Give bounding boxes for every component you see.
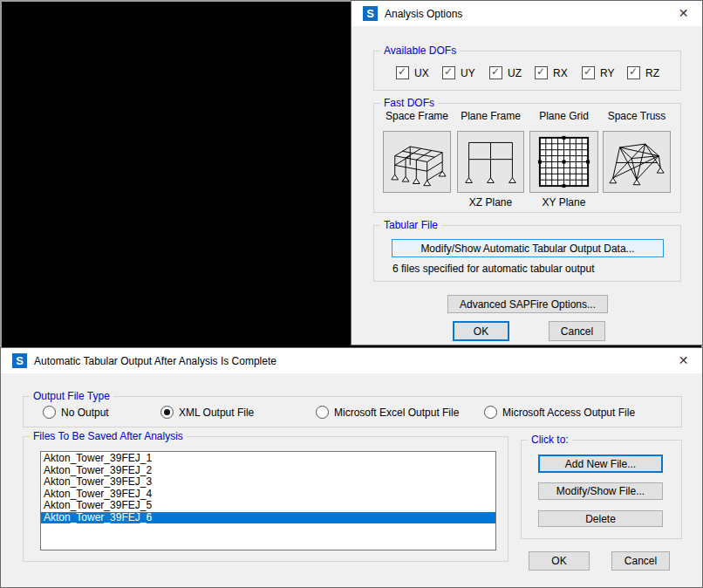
files-specified-note: 6 files specified for automatic tabular … — [392, 263, 594, 275]
ok-button[interactable]: OK — [453, 321, 509, 341]
files-to-save-group: Files To Be Saved After Analysis Akton_T… — [23, 436, 508, 562]
checkbox-uz[interactable]: UZ — [489, 66, 522, 79]
tabular-output-dialog: S Automatic Tabular Output After Analysi… — [0, 347, 703, 588]
modify-show-tabular-output-button[interactable]: Modify/Show Automatic Tabular Output Dat… — [392, 239, 664, 257]
list-item[interactable]: Akton_Tower_39FEJ_2 — [41, 465, 495, 477]
group-label: Output File Type — [30, 390, 113, 402]
checkbox-box[interactable] — [396, 66, 409, 79]
checkbox-box[interactable] — [442, 66, 455, 79]
modify-show-file-button[interactable]: Modify/Show File... — [538, 482, 663, 500]
delete-button[interactable]: Delete — [538, 510, 663, 527]
checkbox-box[interactable] — [627, 66, 640, 79]
checkbox-box[interactable] — [582, 66, 595, 79]
space-truss-icon — [606, 134, 667, 189]
tabular-file-group: Tabular File Modify/Show Automatic Tabul… — [373, 225, 681, 282]
space-frame-caption: Space Frame — [376, 110, 458, 122]
plane-grid-caption: Plane Grid — [525, 110, 603, 122]
group-label: Tabular File — [380, 219, 441, 231]
close-icon[interactable]: ✕ — [676, 353, 691, 368]
xz-plane-label: XZ Plane — [453, 196, 529, 209]
group-label: Fast DOFs — [380, 97, 438, 109]
radio-no-output[interactable]: No Output — [43, 406, 109, 419]
checkbox-box[interactable] — [535, 66, 548, 79]
click-to-group: Click to: Add New File... Modify/Show Fi… — [521, 440, 682, 539]
app-logo-icon: S — [363, 6, 378, 21]
close-icon[interactable]: ✕ — [676, 6, 691, 21]
cancel-button[interactable]: Cancel — [611, 551, 670, 571]
group-label: Available DOFs — [380, 44, 460, 57]
radio-xml-output-file[interactable]: XML Output File — [160, 406, 254, 419]
radio-circle[interactable] — [43, 406, 56, 419]
space-frame-button[interactable] — [383, 131, 451, 193]
xy-plane-label: XY Plane — [525, 196, 603, 209]
tabular-output-titlebar[interactable]: S Automatic Tabular Output After Analysi… — [1, 348, 702, 373]
advanced-sapfire-options-button[interactable]: Advanced SAPFire Options... — [447, 295, 608, 313]
app-background: S Analysis Options ✕ Available DOFs UX U… — [0, 0, 703, 588]
ok-button[interactable]: OK — [529, 551, 590, 571]
checkbox-box[interactable] — [489, 66, 502, 79]
dialog-title: Automatic Tabular Output After Analysis … — [34, 355, 276, 367]
plane-frame-caption: Plane Frame — [453, 110, 529, 122]
analysis-options-dialog: S Analysis Options ✕ Available DOFs UX U… — [351, 0, 703, 345]
output-file-type-group: Output File Type No Output XML Output Fi… — [23, 396, 682, 427]
fast-dofs-group: Fast DOFs Space Frame Plane Frame Plane … — [373, 103, 681, 213]
analysis-options-titlebar[interactable]: S Analysis Options ✕ — [352, 1, 702, 26]
group-label: Click to: — [528, 434, 572, 446]
list-item[interactable]: Akton_Tower_39FEJ_4 — [41, 489, 495, 501]
space-truss-button[interactable] — [603, 131, 671, 193]
radio-circle[interactable] — [160, 406, 174, 419]
list-item[interactable]: Akton_Tower_39FEJ_3 — [41, 476, 495, 489]
app-logo-icon: S — [12, 353, 27, 368]
files-listbox[interactable]: Akton_Tower_39FEJ_1 Akton_Tower_39FEJ_2 … — [40, 451, 496, 550]
checkbox-ux[interactable]: UX — [396, 66, 429, 79]
checkbox-rz[interactable]: RZ — [627, 66, 659, 79]
available-dofs-group: Available DOFs UX UY UZ RX RY — [373, 51, 681, 91]
plane-grid-button[interactable] — [529, 131, 598, 193]
checkbox-uy[interactable]: UY — [442, 66, 475, 79]
group-label: Files To Be Saved After Analysis — [30, 430, 187, 442]
radio-access-output-file[interactable]: Microsoft Access Output File — [484, 406, 635, 419]
checkbox-ry[interactable]: RY — [582, 66, 614, 79]
list-item[interactable]: Akton_Tower_39FEJ_5 — [41, 500, 495, 512]
radio-circle[interactable] — [316, 406, 329, 419]
space-truss-caption: Space Truss — [598, 110, 675, 122]
checkbox-rx[interactable]: RX — [535, 66, 568, 79]
list-item[interactable]: Akton_Tower_39FEJ_1 — [41, 453, 495, 465]
dialog-title: Analysis Options — [385, 8, 462, 20]
radio-excel-output-file[interactable]: Microsoft Excel Output File — [316, 406, 459, 419]
plane-grid-icon — [533, 134, 595, 189]
radio-circle[interactable] — [484, 406, 497, 419]
list-item[interactable]: Akton_Tower_39FEJ_6 — [41, 512, 495, 524]
add-new-file-button[interactable]: Add New File... — [538, 455, 663, 473]
plane-frame-button[interactable] — [457, 131, 524, 193]
space-frame-icon — [386, 134, 447, 189]
plane-frame-icon — [461, 134, 521, 189]
cancel-button[interactable]: Cancel — [549, 321, 605, 341]
